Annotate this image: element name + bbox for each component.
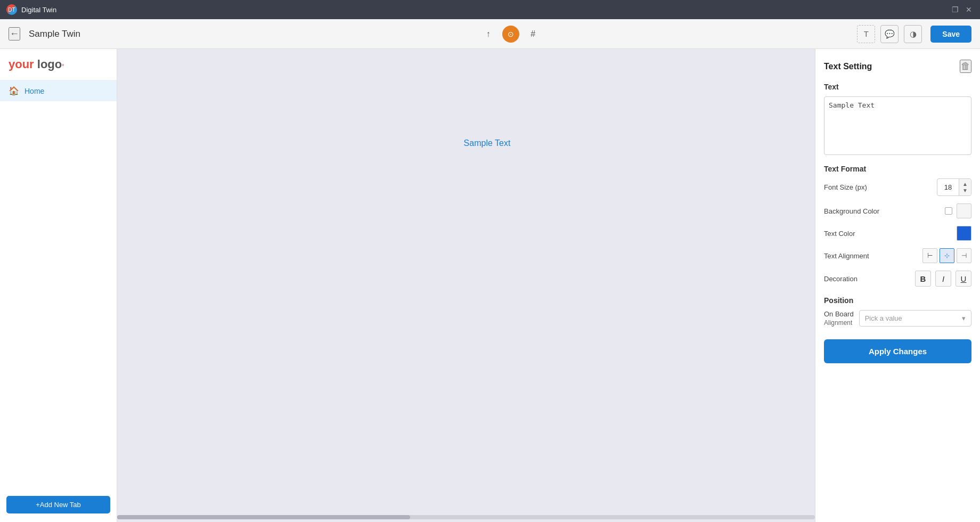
- scrollbar-track: [117, 515, 815, 519]
- text-color-row: Text Color: [824, 226, 971, 241]
- canvas-text-element[interactable]: Sample Text: [464, 138, 511, 148]
- text-color-swatch[interactable]: [957, 226, 971, 241]
- on-board-alignment-row: On Board Alignment Pick a value ▾: [824, 310, 971, 327]
- align-right-button[interactable]: ⊣: [957, 248, 971, 263]
- add-tab-button[interactable]: +Add New Tab: [6, 496, 110, 513]
- font-size-row: Font Size (px) 18 ▲ ▼: [824, 178, 971, 196]
- hash-button[interactable]: #: [525, 26, 542, 43]
- delete-button[interactable]: 🗑: [960, 60, 971, 73]
- decoration-row: Decoration B I U: [824, 271, 971, 287]
- dropdown-arrow-icon: ▾: [962, 314, 966, 322]
- background-color-label: Background Color: [824, 207, 879, 215]
- home-nav-icon: 🏠: [9, 86, 19, 96]
- underline-button[interactable]: U: [956, 271, 971, 287]
- logo: your logo°: [9, 58, 108, 71]
- text-input[interactable]: Sample Text: [824, 96, 971, 155]
- titlebar-left: DT Digital Twin: [6, 4, 56, 15]
- header-bar: ← Sample Twin ↑ ⊙ # T 💬 ◑ Save: [0, 19, 980, 49]
- background-color-checkbox[interactable]: [945, 207, 952, 215]
- decoration-label: Decoration: [824, 275, 858, 283]
- contrast-tool-button[interactable]: ◑: [904, 25, 922, 43]
- close-button[interactable]: ✕: [964, 5, 974, 14]
- app-name: Digital Twin: [21, 6, 56, 14]
- format-section-label: Text Format: [824, 165, 971, 173]
- panel-header: Text Setting 🗑: [824, 60, 971, 73]
- alignment-sublabel: Alignment: [824, 319, 854, 327]
- alignment-label: Text Alignment: [824, 252, 869, 260]
- font-size-label: Font Size (px): [824, 183, 867, 191]
- canvas-wrapper: Sample Text: [117, 49, 815, 522]
- italic-button[interactable]: I: [935, 271, 951, 287]
- align-center-button[interactable]: ⊹: [940, 248, 954, 263]
- app-layout: your logo° 🏠 Home +Add New Tab Sample Te…: [0, 49, 980, 522]
- text-alignment-row: Text Alignment ⊢ ⊹ ⊣: [824, 248, 971, 263]
- restore-button[interactable]: ❐: [950, 5, 960, 14]
- background-color-row: Background Color: [824, 203, 971, 218]
- position-section: Position On Board Alignment Pick a value…: [824, 296, 971, 327]
- background-color-controls: [945, 203, 971, 218]
- logo-area: your logo°: [0, 49, 117, 80]
- on-board-label: On Board: [824, 310, 854, 318]
- header-toolbar: ↑ ⊙ # T 💬 ◑: [480, 25, 922, 43]
- canvas[interactable]: Sample Text: [117, 49, 815, 522]
- text-color-label: Text Color: [824, 230, 855, 238]
- sidebar-item-home[interactable]: 🏠 Home: [0, 80, 117, 101]
- text-section-label: Text: [824, 83, 971, 91]
- panel-title: Text Setting: [824, 62, 872, 71]
- scrollbar[interactable]: [117, 515, 815, 520]
- save-button[interactable]: Save: [930, 26, 971, 43]
- font-size-control: 18 ▲ ▼: [937, 178, 971, 196]
- titlebar: DT Digital Twin ❐ ✕: [0, 0, 980, 19]
- text-tool-button[interactable]: T: [857, 25, 875, 43]
- location-button[interactable]: ⊙: [502, 26, 519, 43]
- alignment-buttons: ⊢ ⊹ ⊣: [922, 248, 971, 263]
- scrollbar-thumb[interactable]: [117, 515, 410, 519]
- upload-button[interactable]: ↑: [480, 26, 497, 43]
- sidebar-item-home-label: Home: [24, 87, 44, 95]
- align-left-button[interactable]: ⊢: [922, 248, 937, 263]
- position-section-label: Position: [824, 296, 971, 305]
- on-board-dropdown-wrapper: Pick a value ▾: [859, 310, 971, 327]
- app-logo-icon: DT: [6, 4, 17, 15]
- back-button[interactable]: ←: [9, 27, 20, 40]
- font-size-value: 18: [937, 181, 959, 193]
- page-title: Sample Twin: [29, 29, 471, 39]
- decoration-buttons: B I U: [915, 271, 971, 287]
- titlebar-controls: ❐ ✕: [950, 5, 974, 14]
- background-color-swatch[interactable]: [957, 203, 971, 218]
- speech-tool-button[interactable]: 💬: [880, 25, 899, 43]
- on-board-alignment-dropdown[interactable]: Pick a value ▾: [859, 310, 971, 327]
- dropdown-placeholder: Pick a value: [865, 314, 902, 322]
- on-board-label-block: On Board Alignment: [824, 310, 854, 327]
- right-panel: Text Setting 🗑 Text Sample Text Text For…: [815, 49, 980, 522]
- bold-button[interactable]: B: [915, 271, 931, 287]
- apply-changes-button[interactable]: Apply Changes: [824, 339, 971, 363]
- font-size-arrows[interactable]: ▲ ▼: [959, 179, 971, 195]
- sidebar: your logo° 🏠 Home +Add New Tab: [0, 49, 117, 522]
